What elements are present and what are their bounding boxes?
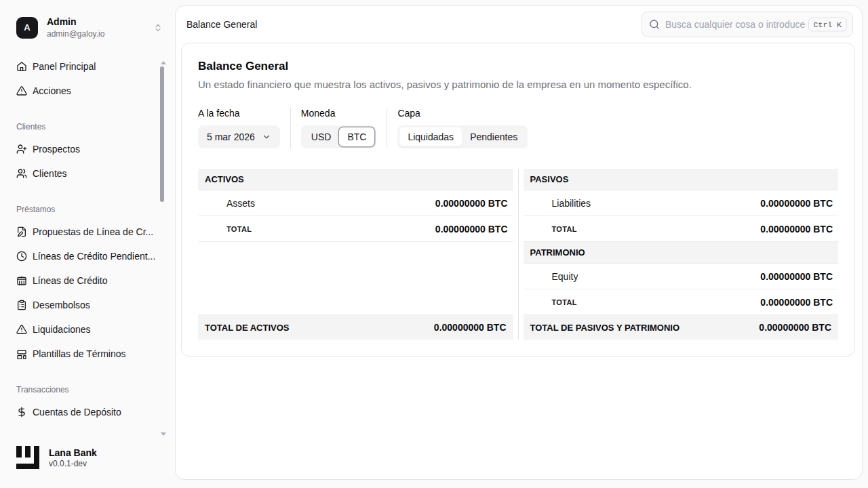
filter-divider (387, 108, 387, 148)
scrollbar-down-arrow[interactable] (161, 432, 166, 436)
row-label: TOTAL (552, 298, 577, 306)
search-icon (649, 19, 660, 30)
date-value: 5 mar 2026 (207, 131, 255, 142)
sidebar-item-label: Líneas de Crédito (33, 275, 108, 286)
clipboard-list-icon (16, 300, 27, 310)
section-header-pasivos: PASIVOS (524, 169, 839, 190)
page-title: Balance General (198, 60, 838, 73)
currency-option-btc[interactable]: BTC (339, 127, 374, 146)
table-row-assets: Assets 0.00000000 BTC (198, 190, 513, 216)
filters-bar: A la fecha 5 mar 2026 Moneda USD BTC (198, 108, 838, 148)
search-box[interactable]: Ctrl K (642, 12, 853, 37)
layout-template-icon (16, 348, 27, 359)
filter-layer-label: Capa (397, 108, 528, 119)
sidebar-item-label: Plantillas de Términos (33, 348, 125, 359)
layer-option-pendientes[interactable]: Pendientes (462, 127, 526, 146)
users-icon (16, 168, 27, 179)
sidebar-item-label: Clientes (33, 168, 67, 179)
brand-version: v0.0.1-dev (49, 459, 97, 470)
sidebar-scrollbar-thumb[interactable] (160, 66, 164, 202)
sidebar-item-acciones[interactable]: Acciones (16, 83, 164, 99)
sidebar-item-label: Líneas de Crédito Pendient... (33, 251, 155, 262)
footer-value: 0.00000000 BTC (434, 322, 507, 333)
currency-segmented-control: USD BTC (301, 125, 377, 148)
sidebar-item-label: Desembolsos (33, 300, 90, 310)
sidebar-item-panel-principal[interactable]: Panel Principal (16, 58, 164, 75)
page-description: Un estado financiero que muestra los act… (198, 79, 838, 90)
sidebar-nav: Panel Principal Acciones Clientes Prospe… (0, 39, 175, 420)
row-label: Equity (552, 271, 578, 282)
row-value: 0.00000000 BTC (435, 198, 508, 209)
scrollbar-up-arrow[interactable] (161, 61, 166, 64)
chevron-down-icon (262, 132, 271, 142)
row-value: 0.00000000 BTC (760, 224, 833, 235)
section-header-label: PASIVOS (530, 174, 569, 184)
lana-bank-logo-icon (16, 446, 41, 470)
sidebar-section-clientes: Clientes (16, 122, 164, 131)
sidebar-item-clientes[interactable]: Clientes (16, 165, 164, 182)
row-label: Assets (226, 198, 255, 209)
footer-label: TOTAL DE ACTIVOS (205, 323, 289, 333)
table-column-divider (518, 169, 519, 340)
sidebar-item-desembolsos[interactable]: Desembolsos (16, 297, 164, 313)
balance-tables: ACTIVOS Assets 0.00000000 BTC TOTAL 0.00… (198, 169, 838, 340)
sidebar-section-transacciones: Transacciones (16, 385, 164, 394)
footer-value: 0.00000000 BTC (759, 322, 831, 333)
clock-icon (16, 251, 27, 262)
keyboard-shortcut-badge: Ctrl K (808, 18, 847, 32)
sidebar-item-liquidaciones[interactable]: Liquidaciones (16, 321, 164, 338)
table-footer-total-activos: TOTAL DE ACTIVOS 0.00000000 BTC (198, 315, 513, 340)
breadcrumb[interactable]: Balance General (186, 19, 257, 30)
row-value: 0.00000000 BTC (435, 224, 508, 235)
filter-divider (290, 108, 291, 148)
alert-triangle-icon (16, 85, 27, 96)
alert-triangle-icon (16, 324, 27, 335)
panel-header: Balance General Ctrl K (176, 6, 862, 43)
file-pen-icon (16, 226, 27, 237)
section-header-activos: ACTIVOS (198, 169, 513, 190)
sidebar-item-label: Liquidaciones (33, 324, 91, 335)
sidebar-item-label: Panel Principal (33, 61, 96, 72)
table-row-total-patrimonio: TOTAL 0.00000000 BTC (524, 289, 839, 315)
sidebar-section-prestamos: Préstamos (16, 205, 164, 214)
bank-icon (16, 275, 27, 286)
user-menu[interactable]: A Admin admin@galoy.io (0, 0, 175, 39)
sidebar-item-lineas-credito-pendientes[interactable]: Líneas de Crédito Pendient... (16, 248, 164, 264)
sidebar-item-label: Prospectos (33, 144, 80, 155)
table-spacer (198, 242, 513, 315)
table-row-liabilities: Liabilities 0.00000000 BTC (524, 190, 839, 216)
filter-currency-label: Moneda (301, 108, 377, 119)
sidebar-item-prospectos[interactable]: Prospectos (16, 141, 164, 157)
table-row-total-pasivos: TOTAL 0.00000000 BTC (524, 216, 839, 242)
currency-option-usd[interactable]: USD (303, 127, 340, 146)
avatar: A (16, 17, 38, 39)
section-header-patrimonio: PATRIMONIO (524, 242, 839, 264)
user-plus-icon (16, 144, 27, 155)
row-value: 0.00000000 BTC (760, 297, 833, 308)
layer-option-liquidadas[interactable]: Liquidadas (399, 127, 462, 146)
row-value: 0.00000000 BTC (760, 271, 833, 282)
filter-currency: Moneda USD BTC (301, 108, 377, 148)
table-row-total-activos: TOTAL 0.00000000 BTC (198, 216, 513, 242)
sidebar-item-propuestas-linea-credito[interactable]: Propuestas de Línea de Cr... (16, 224, 164, 240)
layer-segmented-control: Liquidadas Pendientes (397, 125, 528, 148)
sidebar-item-cuentas-deposito[interactable]: Cuentas de Depósito (16, 404, 164, 420)
chevrons-up-down-icon[interactable] (152, 22, 164, 34)
table-footer-total-pasivos-patrimonio: TOTAL DE PASIVOS Y PATRIMONIO 0.00000000… (524, 315, 839, 340)
filter-layer: Capa Liquidadas Pendientes (397, 108, 528, 148)
footer-label: TOTAL DE PASIVOS Y PATRIMONIO (530, 323, 680, 333)
sidebar-item-lineas-credito[interactable]: Líneas de Crédito (16, 272, 164, 289)
brand-name: Lana Bank (49, 447, 97, 459)
dollar-icon (16, 407, 27, 418)
sidebar-item-label: Cuentas de Depósito (33, 407, 121, 418)
sidebar-item-plantillas-terminos[interactable]: Plantillas de Términos (16, 346, 164, 362)
sidebar-item-label: Acciones (33, 85, 71, 96)
section-header-label: PATRIMONIO (530, 247, 585, 258)
liabilities-equity-table: PASIVOS Liabilities 0.00000000 BTC TOTAL… (524, 169, 839, 340)
sidebar-item-label: Propuestas de Línea de Cr... (33, 226, 153, 237)
brand-footer: Lana Bank v0.0.1-dev (16, 446, 97, 470)
date-select-button[interactable]: 5 mar 2026 (198, 125, 280, 148)
main-panel: Balance General Ctrl K Balance General U… (175, 5, 863, 480)
home-icon (16, 61, 27, 72)
balance-sheet-card: Balance General Un estado financiero que… (181, 43, 855, 357)
